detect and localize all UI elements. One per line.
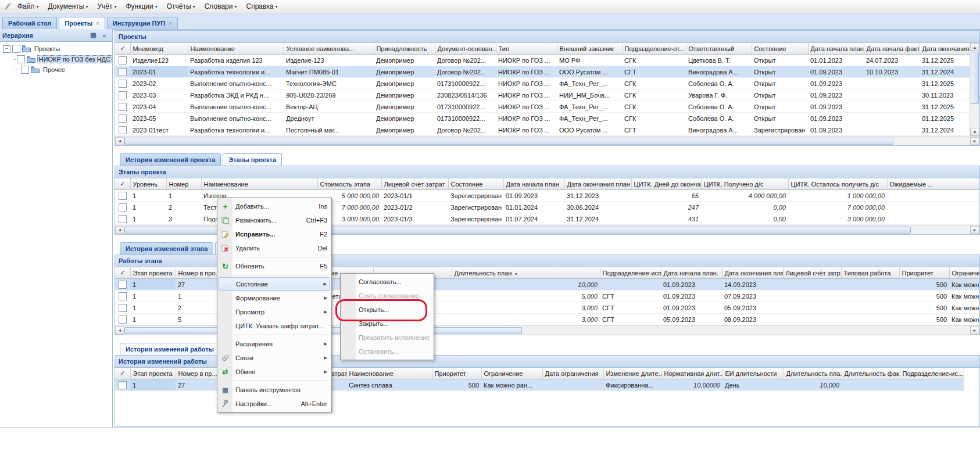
table-cell[interactable]: Демопример [374, 101, 435, 113]
column-header[interactable]: Ограниче... [949, 267, 979, 279]
table-cell[interactable]: Демопример [374, 78, 435, 89]
table-cell[interactable]: 2023-04 [130, 101, 188, 113]
table-cell[interactable] [841, 279, 899, 291]
column-header[interactable]: Состояние [752, 43, 808, 55]
column-header[interactable]: Подразделение-ис... [900, 368, 964, 379]
select-all-header[interactable]: ✓ [115, 178, 130, 190]
row-checkbox[interactable] [119, 126, 127, 134]
row-checkbox[interactable] [119, 114, 127, 123]
column-header[interactable]: Стоимость этапа [317, 178, 381, 190]
table-cell[interactable]: Соболева О. А. [686, 113, 752, 124]
table-cell[interactable]: Вектор-АЦ [284, 101, 374, 113]
tree-checkbox[interactable] [12, 45, 20, 53]
table-cell[interactable]: 500 [432, 379, 481, 391]
table-cell[interactable]: Дредноут [284, 113, 374, 124]
column-header[interactable]: Этап проекта [130, 267, 176, 279]
table-cell[interactable]: НИОКР по ГОЗ ... [496, 113, 557, 124]
table-cell[interactable]: 27 [176, 279, 221, 291]
column-header[interactable]: Лицевой счёт затрат [381, 178, 448, 190]
table-cell[interactable]: 0,00 [701, 213, 788, 225]
tree-checkbox[interactable] [21, 66, 29, 74]
table-cell[interactable]: 017310000922... [435, 101, 496, 113]
table-cell[interactable]: 1 [130, 190, 166, 202]
menubar-item[interactable]: Функции▾ [121, 1, 162, 12]
table-cell[interactable]: ООО Русатом ... [557, 124, 622, 136]
table-cell[interactable]: 3 000 000,00 [788, 213, 887, 225]
table-cell[interactable]: Синтез сплава [346, 379, 432, 391]
column-header[interactable]: Тип [496, 43, 557, 55]
table-cell[interactable]: 31.12.2024 [564, 213, 631, 225]
table-cell[interactable] [864, 101, 920, 113]
scroll-thumb[interactable] [971, 52, 979, 104]
column-header[interactable]: Принадлежность [374, 43, 435, 55]
menu-item-refresh[interactable]: ↻ОбновитьF5 [217, 259, 331, 273]
row-checkbox[interactable] [119, 68, 127, 76]
table-cell[interactable]: Выполнение опытно-конс... [188, 101, 284, 113]
table-cell[interactable] [864, 113, 920, 124]
table-cell[interactable]: 31.12.2024 [920, 66, 975, 78]
table-cell[interactable] [783, 314, 841, 325]
table-cell[interactable]: 7 000 000,00 [788, 202, 887, 213]
table-cell[interactable]: 01.09.2023 [808, 78, 864, 89]
table-cell[interactable]: 1 [130, 302, 176, 314]
menu-item-add[interactable]: +Добавить...Ins [217, 199, 331, 213]
table-cell[interactable]: Демопример [374, 113, 435, 124]
table-cell[interactable]: 05.09.2023 [661, 314, 722, 325]
table-cell[interactable]: 2023-03 [130, 89, 188, 101]
table-cell[interactable]: 2023-01/2 [381, 202, 448, 213]
close-icon[interactable]: × [96, 20, 99, 27]
table-cell[interactable]: Как можно ран... [949, 279, 979, 291]
column-header[interactable]: Внешний заказчик [557, 43, 622, 55]
row-checkbox-cell[interactable] [115, 379, 130, 391]
table-cell[interactable]: Как можно ран... [949, 302, 979, 314]
column-header[interactable]: Этап проекта [130, 368, 176, 379]
row-checkbox-cell[interactable] [115, 302, 130, 314]
table-cell[interactable]: Выполнение опытно-конс... [188, 78, 284, 89]
table-cell[interactable]: ФА_Техн_Рег_... [557, 78, 622, 89]
table-cell[interactable]: 31.12.2025 [920, 78, 975, 89]
vertical-scrollbar[interactable]: ▲ ▼ [970, 43, 979, 136]
column-header[interactable]: Наименование [188, 43, 284, 55]
table-row[interactable]: 2023-04Выполнение опытно-конс...Вектор-А… [115, 101, 979, 113]
table-cell[interactable]: 2023-01/3 [381, 213, 448, 225]
row-checkbox[interactable] [119, 315, 127, 324]
table-cell[interactable]: 1 [130, 291, 176, 302]
column-header[interactable]: ЦИТК. Осталось получить д/с [788, 178, 887, 190]
table-cell[interactable]: 01.09.2023 [808, 101, 864, 113]
table-cell[interactable]: 31.12.2024 [920, 124, 975, 136]
column-header[interactable]: Наименование [346, 368, 432, 379]
table-cell[interactable]: 2 [166, 202, 201, 213]
table-cell[interactable]: Демопример [374, 66, 435, 78]
table-cell[interactable]: 01.09.2023 [808, 113, 864, 124]
menu-item-extensions[interactable]: Расширения▶ [217, 337, 331, 351]
main-tab[interactable]: Проекты× [59, 17, 105, 29]
table-cell[interactable]: НИОКР по ГОЗ ... [496, 78, 557, 89]
section-tab[interactable]: История изменений проекта [120, 153, 221, 166]
horizontal-scrollbar[interactable]: ◄ ► [115, 136, 979, 145]
row-checkbox-cell[interactable] [115, 279, 130, 291]
section-tab[interactable]: История изменений работы [120, 343, 220, 355]
column-header[interactable]: Изменение длите... [603, 368, 661, 379]
table-cell[interactable]: НИОКР по ГОЗ ... [496, 89, 557, 101]
column-header[interactable]: Дата начала план [503, 178, 564, 190]
table-cell[interactable]: День [723, 379, 784, 391]
main-tab[interactable]: Рабочий стол [2, 17, 57, 29]
menu-item-open[interactable]: Открыть... [341, 303, 434, 317]
column-header[interactable]: Дата начала план. [661, 267, 722, 279]
row-checkbox[interactable] [119, 203, 127, 211]
section-tab[interactable]: Этапы проекта [223, 153, 282, 166]
table-cell[interactable]: СГК [622, 101, 686, 113]
column-header[interactable]: Ответственный [686, 43, 752, 55]
section-tab[interactable]: История изменений этапа [120, 242, 213, 254]
menu-item-view[interactable]: Просмотр▶ [217, 305, 331, 319]
table-cell[interactable]: СГК [622, 113, 686, 124]
scroll-thumb[interactable] [124, 138, 893, 145]
table-cell[interactable]: 27 [176, 379, 217, 391]
tree-node[interactable]: Прочее [0, 64, 112, 75]
close-icon[interactable]: × [169, 20, 172, 27]
column-header[interactable]: Длительность пла... [784, 368, 842, 379]
table-cell[interactable] [783, 302, 841, 314]
main-tab[interactable]: Инструкции ПУП× [107, 17, 178, 29]
table-cell[interactable]: 31.12.2025 [920, 101, 975, 113]
table-cell[interactable]: Разработка изделия 123 [188, 55, 284, 66]
